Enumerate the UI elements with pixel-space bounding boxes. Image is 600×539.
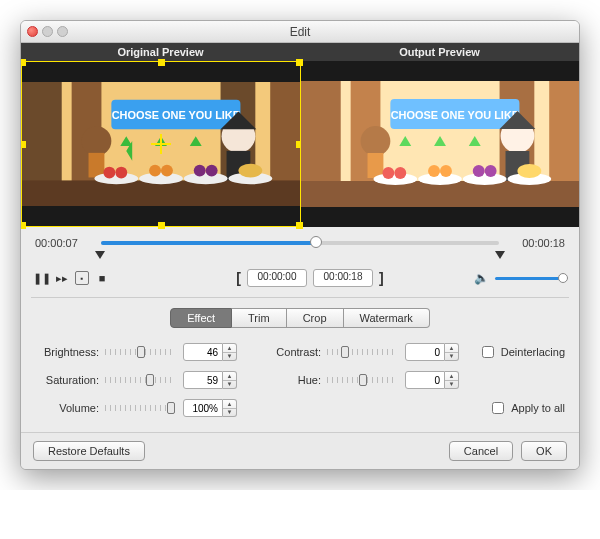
step-forward-icon[interactable]: ▸▸ [55, 271, 69, 285]
volume-slider[interactable] [105, 400, 175, 416]
svg-point-42 [473, 165, 485, 177]
volume-label: Volume: [35, 402, 105, 414]
seek-bar[interactable] [101, 241, 499, 245]
svg-point-39 [428, 165, 440, 177]
svg-text:CHOOSE ONE YOU LIKE: CHOOSE ONE YOU LIKE [391, 109, 519, 121]
tab-watermark[interactable]: Watermark [344, 308, 430, 328]
step-down-icon[interactable]: ▼ [223, 353, 236, 361]
svg-text:CHOOSE ONE YOU LIKE: CHOOSE ONE YOU LIKE [112, 109, 240, 121]
brightness-slider[interactable] [105, 344, 175, 360]
original-preview[interactable]: CHOOSE ONE YOU LIKE [21, 61, 301, 227]
svg-point-45 [517, 164, 541, 178]
seek-thumb[interactable] [310, 236, 322, 248]
svg-point-17 [161, 165, 173, 177]
cancel-button[interactable]: Cancel [449, 441, 513, 461]
window-title: Edit [21, 25, 579, 39]
preview-header: Original Preview Output Preview [21, 43, 579, 61]
pause-icon[interactable]: ❚❚ [35, 271, 49, 285]
tab-crop[interactable]: Crop [287, 308, 344, 328]
ok-button[interactable]: OK [521, 441, 567, 461]
edit-dialog: Edit Original Preview Output Preview CHO… [20, 20, 580, 470]
svg-point-20 [206, 165, 218, 177]
volume-icon[interactable]: 🔈 [474, 271, 489, 285]
output-preview: CHOOSE ONE YOU LIKE [301, 61, 579, 227]
hue-slider[interactable] [327, 372, 397, 388]
preview-area: CHOOSE ONE YOU LIKE [21, 61, 579, 227]
svg-rect-9 [89, 153, 105, 178]
snapshot-icon[interactable]: ▪ [75, 271, 89, 285]
svg-rect-32 [368, 153, 384, 178]
deinterlacing-checkbox[interactable]: Deinterlacing [478, 343, 565, 361]
brightness-label: Brightness: [35, 346, 105, 358]
svg-point-41 [463, 173, 507, 185]
svg-point-31 [361, 126, 391, 156]
svg-point-19 [194, 165, 206, 177]
hue-stepper[interactable]: ▲▼ [405, 371, 459, 389]
svg-point-22 [238, 164, 262, 178]
set-out-point-button[interactable]: ] [379, 270, 384, 286]
trim-start-marker[interactable] [95, 251, 105, 259]
trim-start-field[interactable]: 00:00:00 [247, 269, 307, 287]
svg-point-16 [149, 165, 161, 177]
output-preview-label: Output Preview [300, 43, 579, 61]
effect-settings: Brightness: ▲▼ Contrast: ▲▼ Deinterlacin… [21, 338, 579, 432]
svg-point-14 [115, 167, 127, 179]
svg-point-13 [103, 167, 115, 179]
timeline-end-time: 00:00:18 [507, 237, 565, 249]
tab-effect[interactable]: Effect [170, 308, 232, 328]
contrast-stepper[interactable]: ▲▼ [405, 343, 459, 361]
svg-point-40 [440, 165, 452, 177]
apply-all-checkbox[interactable]: Apply to all [488, 399, 565, 417]
svg-point-15 [139, 173, 183, 185]
timeline-start-time: 00:00:07 [35, 237, 93, 249]
tab-trim[interactable]: Trim [232, 308, 287, 328]
svg-point-8 [82, 126, 112, 156]
volume-slider-preview[interactable] [495, 277, 565, 280]
svg-point-18 [184, 173, 228, 185]
dialog-footer: Restore Defaults Cancel OK [21, 432, 579, 469]
step-up-icon[interactable]: ▲ [223, 344, 236, 353]
contrast-slider[interactable] [327, 344, 397, 360]
trim-end-field[interactable]: 00:00:18 [313, 269, 373, 287]
playback-controls: ❚❚ ▸▸ ▪ ■ [ 00:00:00 00:00:18 ] 🔈 [21, 263, 579, 297]
saturation-stepper[interactable]: ▲▼ [183, 371, 237, 389]
contrast-label: Contrast: [257, 346, 327, 358]
hue-label: Hue: [257, 374, 327, 386]
svg-point-38 [418, 173, 462, 185]
timeline-row: 00:00:07 00:00:18 [21, 227, 579, 251]
svg-point-37 [394, 167, 406, 179]
saturation-slider[interactable] [105, 372, 175, 388]
svg-point-43 [485, 165, 497, 177]
brightness-stepper[interactable]: ▲▼ [183, 343, 237, 361]
original-preview-label: Original Preview [21, 43, 300, 61]
trim-end-marker[interactable] [495, 251, 505, 259]
trim-markers [21, 251, 579, 263]
titlebar: Edit [21, 21, 579, 43]
restore-defaults-button[interactable]: Restore Defaults [33, 441, 145, 461]
volume-stepper[interactable]: ▲▼ [183, 399, 237, 417]
stop-icon[interactable]: ■ [95, 271, 109, 285]
svg-point-36 [382, 167, 394, 179]
tabs: Effect Trim Crop Watermark [21, 308, 579, 328]
saturation-label: Saturation: [35, 374, 105, 386]
set-in-point-button[interactable]: [ [236, 270, 241, 286]
